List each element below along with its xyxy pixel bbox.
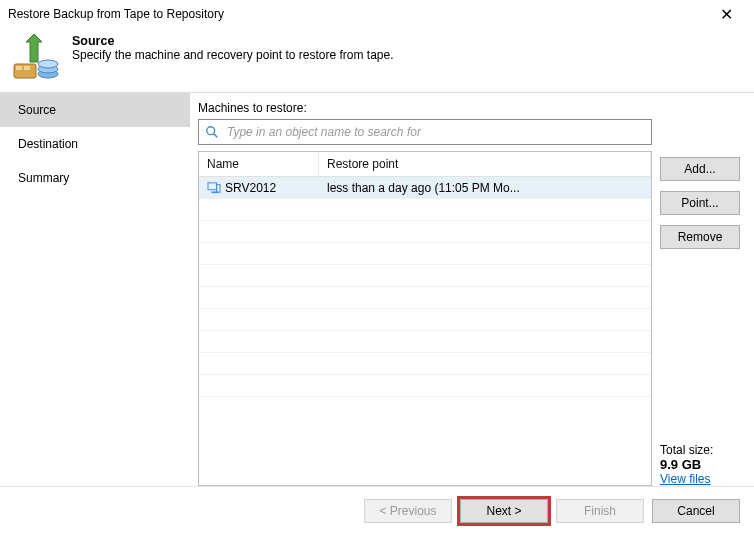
section-label: Machines to restore:: [198, 101, 652, 115]
main-panel: Machines to restore: Name Restore point: [190, 93, 754, 486]
main-left: Machines to restore: Name Restore point: [198, 101, 652, 486]
title-bar: Restore Backup from Tape to Repository ✕: [0, 0, 754, 28]
header-area: Source Specify the machine and recovery …: [0, 28, 754, 92]
svg-rect-11: [217, 184, 220, 192]
finish-button: Finish: [556, 499, 644, 523]
table-row[interactable]: [199, 265, 651, 287]
body-area: Source Destination Summary Machines to r…: [0, 92, 754, 486]
table-row[interactable]: [199, 221, 651, 243]
dialog-window: Restore Backup from Tape to Repository ✕…: [0, 0, 754, 534]
view-files-link[interactable]: View files: [660, 472, 710, 486]
header-text: Source Specify the machine and recovery …: [72, 34, 394, 62]
sidebar-item-summary[interactable]: Summary: [0, 161, 190, 195]
svg-rect-9: [208, 182, 217, 189]
svg-marker-3: [26, 34, 42, 62]
window-title: Restore Backup from Tape to Repository: [8, 7, 706, 21]
table-body: SRV2012 less than a day ago (11:05 PM Mo…: [199, 177, 651, 485]
cell-restore-point: less than a day ago (11:05 PM Mo...: [319, 179, 651, 197]
cancel-button[interactable]: Cancel: [652, 499, 740, 523]
search-box[interactable]: [198, 119, 652, 145]
table-row[interactable]: [199, 353, 651, 375]
close-icon[interactable]: ✕: [706, 5, 746, 24]
totals-label: Total size:: [660, 443, 740, 457]
search-icon: [205, 125, 219, 139]
totals-value: 9.9 GB: [660, 457, 740, 472]
table-row[interactable]: [199, 199, 651, 221]
table-row[interactable]: [199, 375, 651, 397]
main-right: Add... Point... Remove Total size: 9.9 G…: [660, 101, 740, 486]
machine-icon: [207, 182, 221, 194]
search-input[interactable]: [225, 124, 645, 140]
wizard-icon: [12, 34, 60, 82]
svg-rect-2: [24, 66, 30, 70]
remove-button[interactable]: Remove: [660, 225, 740, 249]
wizard-steps: Source Destination Summary: [0, 93, 190, 486]
wizard-footer: < Previous Next > Finish Cancel: [0, 486, 754, 534]
page-subtitle: Specify the machine and recovery point t…: [72, 48, 394, 62]
next-button[interactable]: Next >: [460, 499, 548, 523]
svg-point-6: [38, 60, 58, 68]
table-header: Name Restore point: [199, 152, 651, 177]
col-header-restore-point[interactable]: Restore point: [319, 152, 651, 176]
sidebar-item-source[interactable]: Source: [0, 93, 190, 127]
svg-point-7: [207, 127, 215, 135]
table-row[interactable]: [199, 243, 651, 265]
sidebar-item-destination[interactable]: Destination: [0, 127, 190, 161]
table-row[interactable]: [199, 309, 651, 331]
add-button[interactable]: Add...: [660, 157, 740, 181]
machines-table: Name Restore point SRV2012: [198, 151, 652, 486]
point-button[interactable]: Point...: [660, 191, 740, 215]
svg-line-8: [214, 134, 218, 138]
page-title: Source: [72, 34, 394, 48]
totals: Total size: 9.9 GB View files: [660, 435, 740, 486]
cell-name-text: SRV2012: [225, 181, 276, 195]
cell-name: SRV2012: [199, 179, 319, 197]
table-row[interactable]: [199, 287, 651, 309]
table-row[interactable]: SRV2012 less than a day ago (11:05 PM Mo…: [199, 177, 651, 199]
svg-rect-1: [16, 66, 22, 70]
previous-button: < Previous: [364, 499, 452, 523]
table-row[interactable]: [199, 331, 651, 353]
col-header-name[interactable]: Name: [199, 152, 319, 176]
